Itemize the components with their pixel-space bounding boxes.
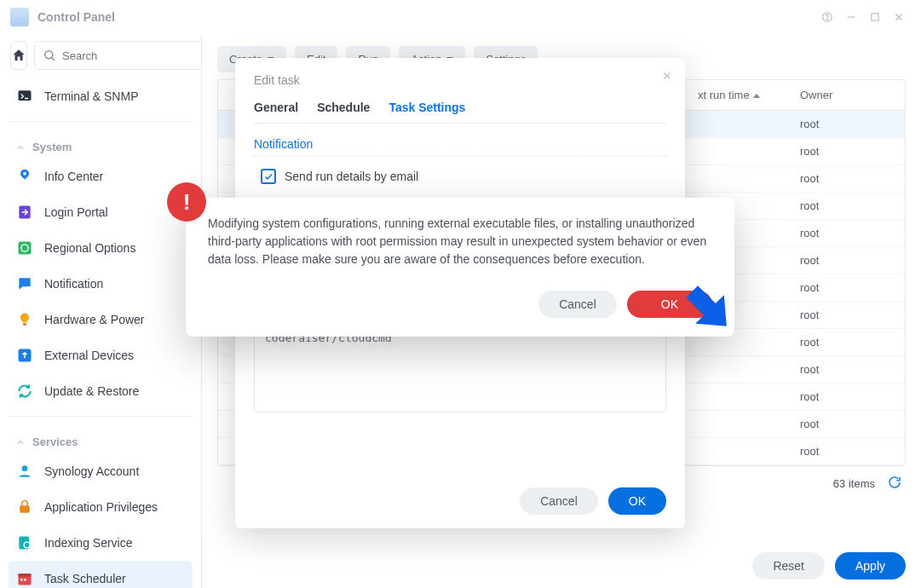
sidebar-item-label: Terminal & SNMP (44, 89, 138, 103)
tab-general[interactable]: General (254, 101, 298, 114)
svg-line-19 (29, 547, 32, 550)
sidebar-item-label: Synology Account (44, 464, 139, 478)
confirm-alert: ! Modifying system configurations, runni… (186, 198, 734, 337)
reset-button[interactable]: Reset (752, 552, 825, 579)
sidebar-group-system[interactable]: System (9, 129, 193, 159)
sidebar-item-indexing-service[interactable]: Indexing Service (9, 525, 193, 561)
maximize-icon[interactable] (863, 5, 887, 29)
home-button[interactable] (10, 41, 27, 70)
search-input[interactable] (34, 41, 202, 70)
sidebar-item-label: Regional Options (44, 241, 135, 255)
apply-button[interactable]: Apply (835, 552, 906, 579)
chat-icon (15, 274, 34, 293)
lock-icon (15, 498, 34, 516)
help-icon[interactable] (815, 5, 839, 29)
app-icon (10, 8, 29, 26)
sidebar-item-label: Task Scheduler (44, 572, 126, 585)
refresh-button[interactable] (887, 475, 902, 493)
modal-tabs: General Schedule Task Settings (254, 101, 666, 124)
owner-cell: root (790, 274, 905, 302)
edit-ok-button[interactable]: OK (608, 487, 666, 515)
col-next-run[interactable]: xt run time (688, 80, 790, 111)
sidebar-item-synology-account[interactable]: Synology Account (9, 453, 193, 489)
sidebar-item-notification[interactable]: Notification (9, 266, 193, 302)
search-field[interactable] (62, 49, 202, 62)
svg-rect-21 (19, 574, 32, 576)
owner-cell: root (790, 411, 905, 438)
svg-point-15 (22, 465, 28, 471)
sidebar-item-label: External Devices (44, 349, 134, 362)
owner-cell: root (790, 193, 905, 220)
owner-cell: root (790, 138, 905, 165)
alert-cancel-button[interactable]: Cancel (538, 291, 617, 318)
search-doc-icon (15, 533, 34, 552)
tab-task-settings[interactable]: Task Settings (389, 101, 465, 114)
sidebar-item-label: Login Portal (44, 205, 108, 219)
sidebar-item-label: Hardware & Power (44, 313, 145, 326)
window-title: Control Panel (37, 10, 115, 24)
user-script-textarea[interactable]: coderaiser/cloudcmd (254, 324, 666, 412)
bulb-icon (15, 310, 34, 329)
svg-rect-23 (24, 579, 26, 581)
upload-icon (15, 346, 34, 365)
sidebar-item-external-devices[interactable]: External Devices (9, 337, 193, 373)
sidebar-item-application-privileges[interactable]: Application Privileges (9, 489, 193, 525)
checkbox-label: Send run details by email (285, 170, 418, 183)
sidebar-item-login-portal[interactable]: Login Portal (9, 194, 193, 230)
col-owner[interactable]: Owner (790, 80, 905, 111)
svg-rect-22 (20, 579, 23, 581)
modal-close-icon[interactable] (661, 70, 673, 84)
owner-cell: root (790, 329, 905, 356)
owner-cell: root (790, 438, 905, 465)
sidebar-item-update-restore[interactable]: Update & Restore (9, 373, 193, 409)
svg-point-6 (45, 51, 53, 59)
svg-point-1 (827, 19, 828, 20)
alert-message: Modifying system configurations, running… (208, 215, 712, 268)
minimize-icon[interactable] (839, 5, 863, 29)
owner-cell: root (790, 302, 905, 329)
sidebar-item-hardware-power[interactable]: Hardware & Power (9, 302, 193, 337)
tab-schedule[interactable]: Schedule (317, 101, 370, 114)
owner-cell: root (790, 111, 905, 138)
close-icon[interactable] (887, 5, 911, 29)
notification-section-label: Notification (254, 137, 666, 157)
calendar-icon (15, 569, 34, 588)
owner-cell: root (790, 247, 905, 274)
svg-rect-3 (872, 14, 878, 20)
warning-icon: ! (167, 182, 206, 222)
item-count: 63 items (833, 477, 875, 490)
sidebar-item-label: Indexing Service (44, 536, 133, 550)
send-email-checkbox-row[interactable]: Send run details by email (254, 165, 666, 187)
footer-actions: Reset Apply (217, 544, 906, 579)
sidebar-group-services[interactable]: Services (9, 424, 193, 453)
svg-rect-13 (23, 323, 26, 326)
sidebar-item-info-center[interactable]: Info Center (9, 159, 193, 194)
sidebar-item-task-scheduler[interactable]: Task Scheduler (9, 561, 193, 588)
svg-line-7 (52, 58, 55, 61)
sidebar-pinned-item[interactable]: Terminal & SNMP (9, 78, 193, 114)
terminal-icon (15, 87, 34, 106)
window-titlebar: Control Panel (0, 0, 921, 34)
sidebar-item-regional-options[interactable]: Regional Options (9, 230, 193, 266)
globe-icon (15, 239, 34, 257)
sidebar-item-label: Info Center (44, 170, 103, 183)
portal-icon (15, 203, 34, 222)
sidebar-item-label: Notification (44, 277, 103, 291)
refresh-icon (15, 382, 34, 401)
account-icon (15, 462, 34, 481)
alert-ok-button[interactable]: OK (627, 291, 712, 318)
modal-title: Edit task (254, 73, 666, 87)
svg-rect-11 (19, 242, 32, 255)
sidebar: Terminal & SNMP System Info Center Login… (0, 34, 202, 588)
edit-cancel-button[interactable]: Cancel (520, 487, 598, 515)
svg-rect-16 (20, 505, 30, 512)
sidebar-item-label: Application Privileges (44, 500, 158, 514)
svg-point-9 (23, 172, 26, 176)
owner-cell: root (790, 383, 905, 411)
checkbox-checked-icon (261, 169, 276, 184)
owner-cell: root (790, 220, 905, 247)
owner-cell: root (790, 356, 905, 383)
info-icon (15, 167, 34, 186)
sort-asc-icon (753, 94, 760, 98)
owner-cell: root (790, 165, 905, 193)
